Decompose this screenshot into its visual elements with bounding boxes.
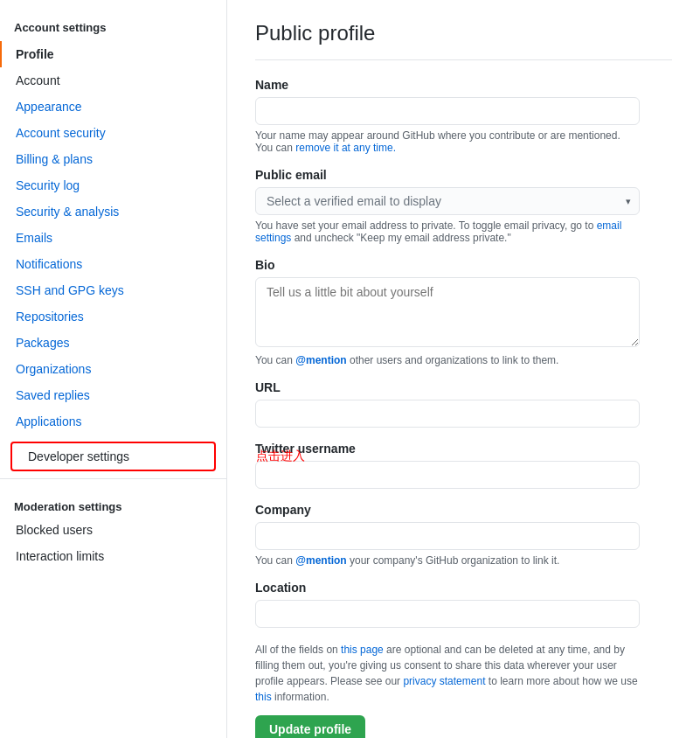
url-field-group: URL (255, 380, 672, 428)
email-label: Public email (255, 168, 672, 182)
location-field-group: Location (255, 581, 672, 628)
sidebar-item-blocked-users[interactable]: Blocked users (0, 517, 226, 543)
name-hint: Your name may appear around GitHub where… (255, 129, 640, 154)
company-label: Company (255, 503, 672, 517)
bio-hint: You can @mention other users and organiz… (255, 354, 672, 366)
sidebar: Account settings Profile Account Appeara… (0, 0, 227, 738)
main-content: Public profile Name Your name may appear… (227, 0, 700, 738)
email-hint: You have set your email address to priva… (255, 219, 640, 244)
sidebar-item-security-log[interactable]: Security log (0, 172, 226, 198)
sidebar-item-saved-replies[interactable]: Saved replies (0, 382, 226, 408)
sidebar-header: Account settings (0, 14, 226, 41)
privacy-statement-link[interactable]: privacy statement (403, 675, 485, 687)
bio-input[interactable] (255, 277, 640, 347)
twitter-field-group: Twitter username (255, 442, 672, 489)
url-label: URL (255, 380, 672, 394)
email-select-wrapper: Select a verified email to display ▾ (255, 187, 640, 215)
twitter-label: Twitter username (255, 442, 672, 456)
company-hint: You can @mention your company's GitHub o… (255, 554, 672, 567)
this-page-link[interactable]: this page (341, 644, 384, 656)
bio-label: Bio (255, 258, 672, 272)
sidebar-item-applications[interactable]: Applications (0, 408, 226, 435)
sidebar-item-appearance[interactable]: Appearance (0, 94, 226, 120)
sidebar-item-packages[interactable]: Packages (0, 330, 226, 356)
this-info-link[interactable]: this (255, 691, 272, 703)
sidebar-item-security-analysis[interactable]: Security & analysis (0, 198, 226, 225)
sidebar-item-billing[interactable]: Billing & plans (0, 146, 226, 172)
sidebar-item-developer-settings[interactable]: Developer settings (12, 443, 214, 470)
sidebar-item-account[interactable]: Account (0, 67, 226, 94)
location-label: Location (255, 581, 672, 595)
name-label: Name (255, 78, 672, 92)
sidebar-item-emails[interactable]: Emails (0, 225, 226, 251)
name-input[interactable] (255, 97, 640, 125)
company-at-mention-icon: @mention (295, 554, 346, 567)
sidebar-item-organizations[interactable]: Organizations (0, 356, 226, 382)
sidebar-item-profile[interactable]: Profile (0, 41, 226, 67)
url-input[interactable] (255, 400, 640, 428)
company-input[interactable] (255, 522, 640, 550)
update-profile-button[interactable]: Update profile (255, 715, 365, 738)
sidebar-item-notifications[interactable]: Notifications (0, 251, 226, 277)
at-mention-icon: @mention (295, 354, 346, 366)
sidebar-item-interaction-limits[interactable]: Interaction limits (0, 543, 226, 569)
name-field-group: Name Your name may appear around GitHub … (255, 78, 672, 154)
sidebar-divider (0, 478, 226, 479)
email-select[interactable]: Select a verified email to display (255, 187, 640, 215)
twitter-input[interactable] (255, 461, 640, 489)
sidebar-item-ssh-gpg[interactable]: SSH and GPG keys (0, 277, 226, 303)
bio-field-group: Bio You can @mention other users and org… (255, 258, 672, 366)
location-input[interactable] (255, 600, 640, 628)
name-hint-link[interactable]: remove it at any time. (295, 142, 396, 154)
company-field-group: Company You can @mention your company's … (255, 503, 672, 567)
moderation-header: Moderation settings (0, 486, 226, 517)
email-settings-link[interactable]: email settings (255, 219, 621, 244)
footer-note: All of the fields on this page are optio… (255, 642, 640, 705)
sidebar-item-account-security[interactable]: Account security (0, 120, 226, 146)
sidebar-item-repositories[interactable]: Repositories (0, 303, 226, 330)
developer-settings-box: Developer settings (10, 442, 216, 471)
page-title: Public profile (255, 21, 672, 60)
email-field-group: Public email Select a verified email to … (255, 168, 672, 244)
